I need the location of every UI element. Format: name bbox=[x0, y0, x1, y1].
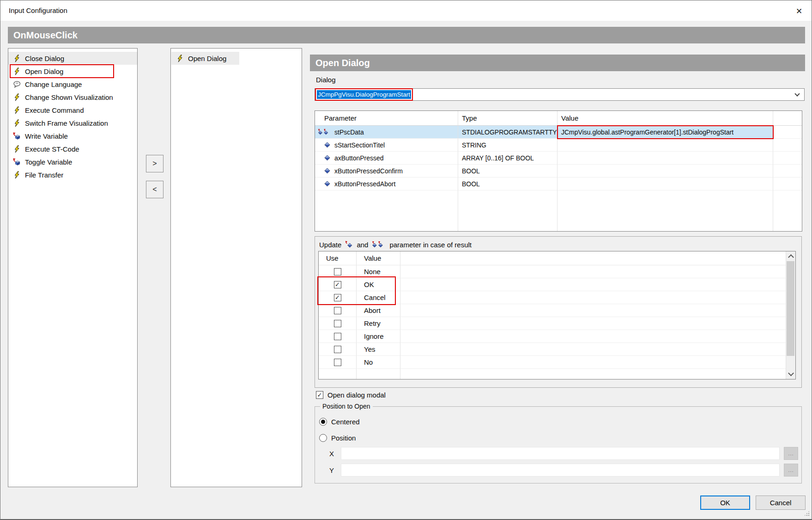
window-title: Input Configuration bbox=[9, 6, 67, 14]
ok-button[interactable]: OK bbox=[700, 496, 750, 510]
action-list: Close Dialog Open Dialog Change Language… bbox=[8, 48, 138, 487]
x-position-input[interactable] bbox=[341, 447, 780, 460]
action-item-open-dialog[interactable]: Open Dialog bbox=[8, 65, 137, 78]
column-header-use[interactable]: Use bbox=[319, 251, 357, 265]
y-browse-button[interactable]: ... bbox=[784, 464, 798, 477]
close-icon[interactable]: ✕ bbox=[792, 4, 806, 18]
chevron-down-icon[interactable] bbox=[794, 91, 800, 96]
result-row-filler bbox=[400, 265, 786, 278]
result-row-filler bbox=[400, 356, 786, 369]
action-item-change-shown-visualization[interactable]: Change Shown Visualization bbox=[8, 91, 137, 104]
param-name: xButtonPressedConfirm bbox=[334, 167, 403, 175]
checkbox-none[interactable] bbox=[334, 268, 341, 275]
result-label-cancel: Cancel bbox=[357, 291, 400, 304]
type-cell[interactable]: BOOL bbox=[458, 177, 557, 190]
dialog-combobox[interactable]: JCmpPgVisu.DialogProgramStart bbox=[315, 88, 805, 101]
scroll-up-icon[interactable] bbox=[786, 251, 795, 261]
open-dialog-modal-checkbox[interactable] bbox=[316, 391, 323, 399]
action-label: Change Shown Visualization bbox=[25, 93, 113, 101]
action-item-switch-frame-visualization[interactable]: Switch Frame Visualization bbox=[8, 116, 137, 129]
scrollbar-thumb[interactable] bbox=[787, 261, 794, 356]
result-list-scrollbar[interactable] bbox=[786, 251, 795, 379]
lightning-icon bbox=[13, 119, 21, 127]
result-list: Use Value None OK Cancel Abort Retry Ign… bbox=[318, 251, 796, 379]
cancel-button[interactable]: Cancel bbox=[756, 496, 806, 510]
dialog-field-label: Dialog bbox=[316, 76, 336, 84]
parameter-icon bbox=[324, 167, 331, 174]
checkbox-no[interactable] bbox=[334, 359, 341, 366]
param-cell-xbuttonpressedabort[interactable]: xButtonPressedAbort bbox=[315, 177, 458, 190]
column-header-filler bbox=[400, 251, 786, 265]
input-configuration-dialog: Input Configuration ✕ OnMouseClick Close… bbox=[0, 0, 812, 520]
action-item-file-transfer[interactable]: File Transfer bbox=[8, 168, 137, 181]
result-row-filler bbox=[400, 304, 786, 317]
value-cell[interactable] bbox=[557, 165, 773, 177]
checkbox-cancel[interactable] bbox=[334, 294, 341, 301]
value-cell-stpscdata[interactable]: JCmpVisu.global.astProgramGenerator[1].s… bbox=[557, 126, 773, 139]
action-item-execute-command[interactable]: Execute Command bbox=[8, 104, 137, 116]
update-result-label: Update and parameter in case of result bbox=[319, 239, 472, 250]
update-label-suffix: parameter in case of result bbox=[389, 241, 472, 249]
action-item-close-dialog[interactable]: Close Dialog bbox=[8, 52, 137, 65]
action-item-change-language[interactable]: Change Language bbox=[8, 78, 137, 91]
centered-radio-row[interactable]: Centered bbox=[319, 418, 360, 426]
checkbox-retry[interactable] bbox=[334, 320, 341, 327]
parameter-table: Parameter Type Value stPscData STDIALOGP… bbox=[315, 110, 802, 232]
y-position-input[interactable] bbox=[341, 464, 780, 477]
resize-grip[interactable] bbox=[803, 509, 810, 517]
type-cell[interactable]: BOOL bbox=[458, 165, 557, 177]
column-header-value[interactable]: Value bbox=[557, 111, 773, 126]
x-browse-button[interactable]: ... bbox=[784, 447, 798, 460]
parameter-icon bbox=[324, 154, 331, 161]
action-item-write-variable[interactable]: Write Variable bbox=[8, 129, 137, 142]
lightning-icon bbox=[13, 145, 21, 153]
type-cell[interactable]: STRING bbox=[458, 139, 557, 152]
value-cell[interactable] bbox=[557, 139, 773, 152]
type-cell[interactable]: STDIALOGPROGRAMSTARTTYPE bbox=[458, 126, 557, 139]
action-item-toggle-variable[interactable]: Toggle Variable bbox=[8, 155, 137, 168]
action-label: Write Variable bbox=[25, 132, 68, 140]
action-label: Open Dialog bbox=[25, 67, 63, 75]
assigned-item-open-dialog[interactable]: Open Dialog bbox=[171, 52, 239, 65]
action-item-execute-st-code[interactable]: Execute ST-Code bbox=[8, 142, 137, 155]
centered-radio-label: Centered bbox=[331, 418, 360, 426]
value-cell[interactable] bbox=[557, 152, 773, 165]
param-cell-stpscdata[interactable]: stPscData bbox=[315, 126, 458, 139]
checkbox-ignore[interactable] bbox=[334, 333, 341, 340]
result-label-yes: Yes bbox=[357, 343, 400, 356]
value-cell[interactable] bbox=[557, 177, 773, 190]
result-row-filler bbox=[400, 330, 786, 343]
position-radio-label: Position bbox=[331, 434, 356, 442]
inout-parameter-icon bbox=[318, 128, 331, 135]
param-cell-axbuttonpressed[interactable]: axButtonPressed bbox=[315, 152, 458, 165]
result-row-filler bbox=[400, 317, 786, 330]
scroll-down-icon[interactable] bbox=[786, 370, 795, 379]
parameter-icon bbox=[324, 180, 331, 187]
type-cell[interactable]: ARRAY [0..16] OF BOOL bbox=[458, 152, 557, 165]
lightning-icon bbox=[13, 67, 21, 75]
checkbox-ok[interactable] bbox=[334, 281, 341, 288]
result-label-none: None bbox=[357, 265, 400, 278]
column-header-parameter[interactable]: Parameter bbox=[315, 111, 458, 126]
column-header-result-value[interactable]: Value bbox=[357, 251, 400, 265]
centered-radio[interactable] bbox=[319, 418, 327, 426]
checkbox-abort[interactable] bbox=[334, 307, 341, 314]
table-empty-area bbox=[315, 190, 458, 231]
x-field-label: X bbox=[327, 450, 336, 458]
checkbox-yes[interactable] bbox=[334, 346, 341, 353]
filler-cell bbox=[773, 177, 802, 190]
column-header-type[interactable]: Type bbox=[458, 111, 557, 126]
action-label: Switch Frame Visualization bbox=[25, 119, 108, 127]
param-cell-sstartsectiontitel[interactable]: sStartSectionTitel bbox=[315, 139, 458, 152]
speech-bubble-icon bbox=[13, 80, 21, 88]
position-radio[interactable] bbox=[319, 434, 327, 442]
column-header-filler bbox=[773, 111, 802, 126]
list-empty-area bbox=[357, 369, 400, 379]
position-radio-row[interactable]: Position bbox=[319, 434, 356, 442]
table-empty-area bbox=[458, 190, 557, 231]
add-action-button[interactable]: > bbox=[146, 155, 164, 172]
param-cell-xbuttonpressedconfirm[interactable]: xButtonPressedConfirm bbox=[315, 165, 458, 177]
action-label: Change Language bbox=[25, 80, 82, 88]
open-dialog-modal-row[interactable]: Open dialog modal bbox=[316, 391, 386, 399]
remove-action-button[interactable]: < bbox=[146, 181, 164, 198]
